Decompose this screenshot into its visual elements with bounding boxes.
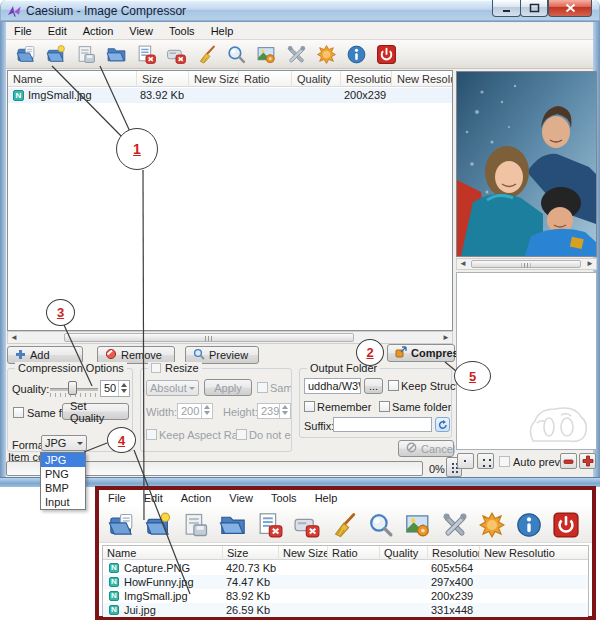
menu-help[interactable]: Help (306, 491, 347, 506)
scrollbar-thumb[interactable] (64, 333, 354, 342)
zoom-actual-button[interactable] (477, 453, 494, 469)
clean-icon[interactable] (328, 509, 360, 541)
scroll-left-icon[interactable]: ◄ (457, 259, 469, 268)
image-settings-icon[interactable] (402, 509, 434, 541)
table-row[interactable]: N Jui.jpg 26.59 Kb 331x448 (103, 603, 588, 617)
resize-checkbox[interactable] (151, 363, 161, 373)
cancel-button[interactable]: Cancel (398, 440, 454, 457)
save-icon[interactable] (180, 509, 212, 541)
tools-icon[interactable] (439, 509, 471, 541)
keep-structure-checkbox[interactable] (388, 380, 399, 391)
column-header-ratio[interactable]: Ratio (328, 546, 380, 560)
format-option-jpg[interactable]: JPG (41, 453, 85, 467)
list-horizontal-scrollbar[interactable]: ◄ ► (7, 331, 453, 344)
remove-all-icon[interactable] (164, 42, 188, 66)
column-header-name[interactable]: Name (8, 71, 137, 87)
close-button[interactable] (548, 0, 592, 17)
preview-icon[interactable] (365, 509, 397, 541)
open-archive-icon[interactable] (217, 509, 249, 541)
column-header-size[interactable]: Size (223, 546, 279, 560)
compress-button[interactable]: Compress! (387, 344, 455, 362)
column-header-size[interactable]: Size (137, 71, 189, 87)
image-settings-icon[interactable] (254, 42, 278, 66)
menu-tools[interactable]: Tools (262, 491, 306, 506)
menu-action[interactable]: Action (75, 23, 122, 39)
output-path-input[interactable]: uddha/W3W (304, 378, 361, 394)
resize-mode-dropdown[interactable]: Absolut (146, 380, 199, 396)
info-icon[interactable] (513, 509, 545, 541)
zoom-in-button[interactable] (579, 453, 596, 469)
auto-preview-checkbox[interactable] (499, 456, 510, 467)
column-header-new-size[interactable]: New Size (189, 71, 239, 87)
format-option-input[interactable]: Input (41, 495, 85, 509)
zoom-fit-button[interactable] (457, 453, 474, 469)
column-header-new-size[interactable]: New Size (279, 546, 328, 560)
table-row[interactable]: N ImgSmall.jpg 83.92 Kb 200x239 (103, 589, 588, 603)
menu-view[interactable]: View (121, 23, 161, 39)
minimize-button[interactable] (492, 0, 521, 17)
apply-button[interactable]: Apply (204, 379, 252, 396)
remember-last-checkbox[interactable] (304, 401, 315, 412)
browse-button[interactable]: ... (364, 378, 383, 394)
menu-file[interactable]: File (6, 23, 40, 39)
column-header-resolution[interactable]: Resolution (341, 71, 392, 87)
menu-edit[interactable]: Edit (135, 491, 172, 506)
open-folder-icon[interactable] (143, 509, 175, 541)
open-file-icon[interactable] (14, 42, 38, 66)
width-spinner[interactable]: 200 p (177, 403, 213, 419)
format-option-bmp[interactable]: BMP (41, 481, 85, 495)
format-dropdown[interactable]: JPG (41, 435, 87, 451)
info-icon[interactable] (344, 42, 368, 66)
quality-slider-thumb[interactable] (68, 381, 77, 395)
menu-help[interactable]: Help (203, 23, 242, 39)
quality-spinner[interactable]: 50 (100, 380, 130, 397)
column-header-ratio[interactable]: Ratio (239, 71, 292, 87)
table-row[interactable]: N HowFunny.jpg 74.47 Kb 297x400 (103, 575, 588, 589)
preview-icon[interactable] (224, 42, 248, 66)
open-file-icon[interactable] (106, 509, 138, 541)
open-folder-icon[interactable] (44, 42, 68, 66)
format-option-png[interactable]: PNG (41, 467, 85, 481)
tools-icon[interactable] (284, 42, 308, 66)
column-header-new-resolution[interactable]: New Resolutio (392, 71, 452, 87)
height-spinner[interactable]: 239 p (257, 403, 291, 419)
menu-view[interactable]: View (220, 491, 262, 506)
remove-item-icon[interactable] (134, 42, 158, 66)
options-icon[interactable] (314, 42, 338, 66)
scrollbar-thumb[interactable] (471, 260, 581, 268)
keep-aspect-checkbox[interactable] (146, 429, 157, 440)
menu-tools[interactable]: Tools (161, 23, 203, 39)
exit-icon[interactable] (374, 42, 398, 66)
suffix-refresh-icon[interactable] (435, 417, 450, 432)
menu-edit[interactable]: Edit (40, 23, 75, 39)
open-archive-icon[interactable] (104, 42, 128, 66)
file-list-table[interactable]: Name Size New Size Ratio Quality Resolut… (7, 70, 453, 331)
same-folder-checkbox[interactable] (379, 401, 390, 412)
remove-all-icon[interactable] (291, 509, 323, 541)
column-header-new-resolution[interactable]: New Resolutio (480, 546, 588, 560)
table-row[interactable]: N ImgSmall.jpg 83.92 Kb 200x239 (8, 88, 452, 103)
column-header-quality[interactable]: Quality (292, 71, 341, 87)
zoom-out-button[interactable] (560, 453, 577, 469)
scroll-right-icon[interactable]: ► (440, 333, 452, 342)
preview-horizontal-scrollbar[interactable]: ◄ ► (456, 258, 597, 270)
clean-icon[interactable] (194, 42, 218, 66)
exit-icon[interactable] (550, 509, 582, 541)
table-row[interactable]: N Capture.PNG 420.73 Kb 605x564 (103, 561, 588, 575)
title-bar[interactable]: Caesium - Image Compressor (0, 0, 600, 22)
scroll-right-icon[interactable]: ► (584, 259, 596, 268)
set-quality-button[interactable]: Set Quality (62, 403, 129, 420)
column-header-resolution[interactable]: Resolution (428, 546, 480, 560)
column-header-name[interactable]: Name (103, 546, 223, 560)
remove-item-icon[interactable] (254, 509, 286, 541)
suffix-input[interactable] (333, 417, 432, 432)
menu-file[interactable]: File (99, 491, 135, 506)
options-icon[interactable] (476, 509, 508, 541)
maximize-button[interactable] (520, 0, 548, 17)
no-enlarge-checkbox[interactable] (236, 429, 247, 440)
column-header-quality[interactable]: Quality (380, 546, 428, 560)
save-icon[interactable] (74, 42, 98, 66)
same-for-all-checkbox[interactable] (13, 407, 24, 418)
same-for-checkbox[interactable] (257, 382, 268, 393)
menu-action[interactable]: Action (172, 491, 221, 506)
